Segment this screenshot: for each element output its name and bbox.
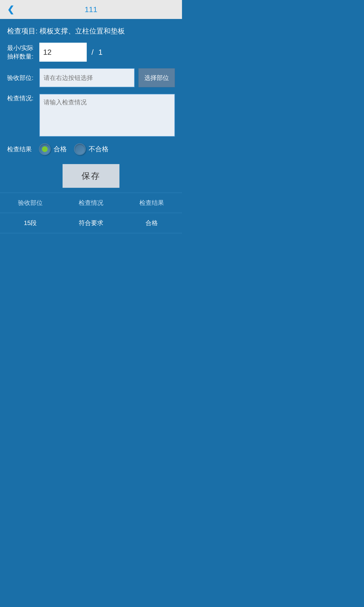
save-button[interactable]: 保存 — [63, 164, 119, 188]
main-content: 检查项目: 模板支撑、立柱位置和垫板 最小/实际 抽样数量: / 1 验收部位:… — [0, 19, 182, 193]
sample-row: 最小/实际 抽样数量: / 1 — [7, 43, 175, 62]
sample-actual: 1 — [98, 48, 103, 57]
table-header-acceptance: 验收部位 — [0, 193, 61, 213]
radio-pass-label: 合格 — [53, 145, 67, 154]
page-title: 111 — [85, 5, 97, 14]
result-option-pass[interactable]: 合格 — [39, 143, 67, 155]
situation-label: 检查情况: — [7, 94, 36, 102]
situation-row: 检查情况: — [7, 94, 175, 137]
bottom-space — [0, 233, 182, 328]
save-row: 保存 — [7, 164, 175, 188]
situation-textarea[interactable] — [39, 94, 175, 137]
sample-slash: / — [91, 48, 94, 57]
radio-pass-outer — [39, 143, 51, 155]
table-cell-result: 合格 — [121, 213, 182, 233]
acceptance-input[interactable] — [39, 68, 135, 87]
select-part-button[interactable]: 选择部位 — [138, 68, 175, 87]
acceptance-label: 验收部位: — [7, 74, 36, 82]
radio-pass-inner — [42, 146, 48, 152]
radio-fail-inner — [77, 146, 83, 152]
table-header-result: 检查结果 — [121, 193, 182, 213]
header: ❮ 111 — [0, 0, 182, 19]
table-cell-situation: 符合要求 — [61, 213, 121, 233]
table-row: 15段 符合要求 合格 — [0, 213, 182, 233]
table-header-situation: 检查情况 — [61, 193, 121, 213]
table-cell-acceptance: 15段 — [0, 213, 61, 233]
radio-fail-label: 不合格 — [89, 145, 108, 154]
sample-label-line1: 最小/实际 — [7, 44, 36, 52]
result-option-fail[interactable]: 不合格 — [74, 143, 108, 155]
acceptance-row: 验收部位: 选择部位 — [7, 68, 175, 87]
sample-label-line2: 抽样数量: — [7, 52, 36, 61]
bottom-table: 验收部位 检查情况 检查结果 15段 符合要求 合格 — [0, 193, 182, 233]
sample-inputs: / 1 — [39, 43, 103, 62]
result-label: 检查结果 — [7, 145, 32, 153]
radio-fail-outer — [74, 143, 86, 155]
result-radio-group: 合格 不合格 — [39, 143, 108, 155]
table-header-row: 验收部位 检查情况 检查结果 — [0, 193, 182, 213]
inspection-title: 检查项目: 模板支撑、立柱位置和垫板 — [7, 26, 175, 36]
result-row: 检查结果 合格 不合格 — [7, 143, 175, 155]
back-button[interactable]: ❮ — [5, 3, 17, 16]
sample-min-input[interactable] — [39, 43, 87, 62]
